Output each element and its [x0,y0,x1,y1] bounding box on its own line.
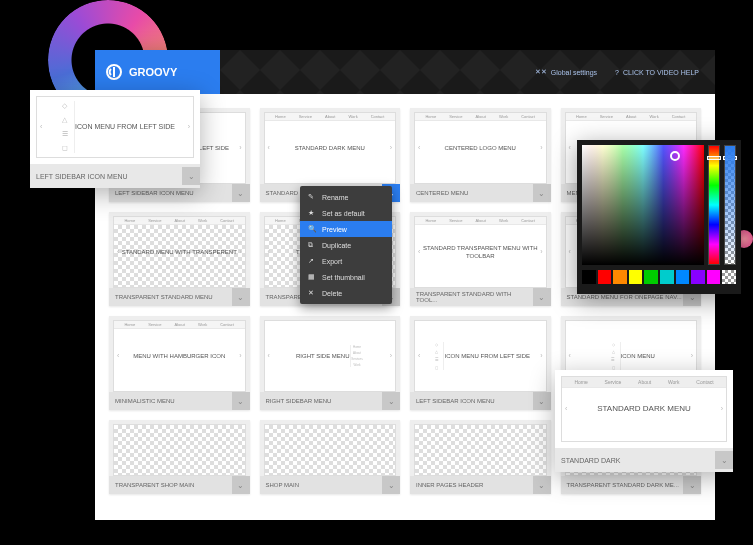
template-tile[interactable]: SHOP MAIN⌄ [260,420,401,494]
color-swatch[interactable] [598,270,612,284]
tile-label-bar: RIGHT SIDEBAR MENU⌄ [260,392,401,410]
tile-dropdown-icon[interactable]: ⌄ [232,184,250,202]
tile-dropdown-icon[interactable]: ⌄ [683,476,701,494]
color-swatch[interactable] [660,270,674,284]
preview-title: ICON MENU FROM LEFT SIDE [75,122,175,132]
tile-thumb: HomeServiceAboutWorkContact‹CENTERED LOG… [414,112,547,184]
color-swatch[interactable] [644,270,658,284]
context-menu-item[interactable]: 🔍Preview [300,221,392,237]
thumb-navbar: HomeServiceAboutWorkContact [114,217,245,225]
tile-thumb: HomeServiceAboutWorkContact‹STANDARD DAR… [264,112,397,184]
hue-handle[interactable] [707,156,721,160]
arrow-right-icon: › [540,351,542,361]
context-menu-item[interactable]: ⧉Duplicate [300,237,392,253]
tile-dropdown-icon[interactable]: ⌄ [382,392,400,410]
color-swatch[interactable] [707,270,721,284]
menu-item-icon: ✕ [308,289,316,297]
arrow-left-icon: ‹ [268,247,270,257]
sidebar-icons: ◇△☰◻ [55,101,75,152]
dropdown-icon[interactable]: ⌄ [715,451,733,469]
color-swatch-transparent[interactable] [722,270,736,284]
arrow-right-icon: › [239,351,241,361]
color-swatch[interactable] [629,270,643,284]
tile-thumb: HomeServiceAboutWorkContact‹MENU WITH HA… [113,320,246,392]
settings-icon: ✕✕ [535,68,547,76]
tile-dropdown-icon[interactable]: ⌄ [232,476,250,494]
color-swatch[interactable] [613,270,627,284]
template-tile[interactable]: HomeAboutServicesWork‹RIGHT SIDE MENU›RI… [260,316,401,410]
color-swatch[interactable] [676,270,690,284]
tile-thumb: HomeServiceAboutWorkContact‹STANDARD MEN… [113,216,246,288]
tile-thumb [414,424,547,476]
context-menu-item[interactable]: ★Set as default [300,205,392,221]
floating-preview-right: HomeServiceAboutWorkContact ‹ STANDARD D… [555,370,733,472]
color-spectrum[interactable] [582,145,704,265]
thumb-navbar: HomeServiceAboutWorkContact [566,113,697,121]
menu-item-icon: ↗ [308,257,316,265]
arrow-right-icon: › [721,404,723,414]
arrow-right-icon: › [239,247,241,257]
tile-label-bar: TRANSPARENT STANDARD WITH TOOL...⌄ [410,288,551,306]
arrow-left-icon: ‹ [418,351,420,361]
tile-title: ICON MENU [621,352,655,360]
hue-slider[interactable] [708,145,720,265]
tile-dropdown-icon[interactable]: ⌄ [382,476,400,494]
context-menu-item[interactable]: ▦Set thumbnail [300,269,392,285]
tile-dropdown-icon[interactable]: ⌄ [533,476,551,494]
template-tile[interactable]: HomeServiceAboutWorkContact‹MENU WITH HA… [109,316,250,410]
template-tile[interactable]: ◇△☰◻‹ICON MENU FROM LEFT SIDE›LEFT SIDEB… [410,316,551,410]
arrow-left-icon: ‹ [565,404,567,414]
thumb-navbar: HomeServiceAboutWorkContact [415,217,546,225]
arrow-left-icon: ‹ [268,351,270,361]
context-menu-item[interactable]: ✎Rename [300,189,392,205]
settings-label: Global settings [551,69,597,76]
alpha-slider[interactable] [724,145,736,265]
menu-item-label: Rename [322,194,348,201]
color-swatch[interactable] [691,270,705,284]
template-tile[interactable]: HomeServiceAboutWorkContact‹CENTERED LOG… [410,108,551,202]
menu-item-icon: 🔍 [308,225,316,233]
thumb-navbar: HomeServiceAboutWorkContact [562,377,726,388]
topbar: GROOVY ✕✕ Global settings ? CLICK TO VID… [95,50,715,94]
template-tile[interactable]: TRANSPARENT SHOP MAIN⌄ [109,420,250,494]
dropdown-icon[interactable]: ⌄ [182,167,200,185]
preview-title: STANDARD DARK MENU [597,403,691,414]
tile-thumb: HomeServiceAboutWorkContact‹STANDARD TRA… [414,216,547,288]
color-swatch[interactable] [582,270,596,284]
menu-item-label: Set thumbnail [322,274,365,281]
tile-dropdown-icon[interactable]: ⌄ [533,288,551,306]
preview-label: STANDARD DARK [561,457,620,464]
arrow-left-icon: ‹ [268,143,270,153]
arrow-right-icon: › [540,143,542,153]
tile-dropdown-icon[interactable]: ⌄ [533,392,551,410]
arrow-left-icon: ‹ [117,247,119,257]
tile-dropdown-icon[interactable]: ⌄ [232,392,250,410]
tile-label: STANDARD MENU FOR ONEPAGE NAV... [567,294,682,300]
arrow-right-icon: › [390,143,392,153]
tile-title: CENTERED LOGO MENU [445,144,516,152]
template-tile[interactable]: HomeServiceAboutWorkContact‹STANDARD MEN… [109,212,250,306]
template-tile[interactable]: HomeServiceAboutWorkContact‹STANDARD TRA… [410,212,551,306]
tile-thumb: HomeAboutServicesWork‹RIGHT SIDE MENU› [264,320,397,392]
global-settings-button[interactable]: ✕✕ Global settings [535,68,597,76]
topbar-right: ✕✕ Global settings ? CLICK TO VIDEO HELP [220,50,715,94]
alpha-handle[interactable] [723,156,737,160]
context-menu-item[interactable]: ↗Export [300,253,392,269]
tile-label: TRANSPARENT SHOP MAIN [115,482,194,488]
context-menu-item[interactable]: ✕Delete [300,285,392,301]
brand-name: GROOVY [129,66,177,78]
tile-dropdown-icon[interactable]: ⌄ [232,288,250,306]
spectrum-cursor[interactable] [670,151,680,161]
arrow-left-icon: ‹ [569,143,571,153]
arrow-left-icon: ‹ [418,247,420,257]
menu-item-icon: ⧉ [308,241,316,249]
tile-title: RIGHT SIDE MENU [296,352,350,360]
tile-dropdown-icon[interactable]: ⌄ [533,184,551,202]
arrow-left-icon: ‹ [40,122,42,132]
tile-label: CENTERED MENU [416,190,468,196]
template-tile[interactable]: INNER PAGES HEADER⌄ [410,420,551,494]
arrow-right-icon: › [691,351,693,361]
menu-item-label: Preview [322,226,347,233]
help-button[interactable]: ? CLICK TO VIDEO HELP [615,69,699,76]
tile-label: LEFT SIDEBAR ICON MENU [115,190,194,196]
